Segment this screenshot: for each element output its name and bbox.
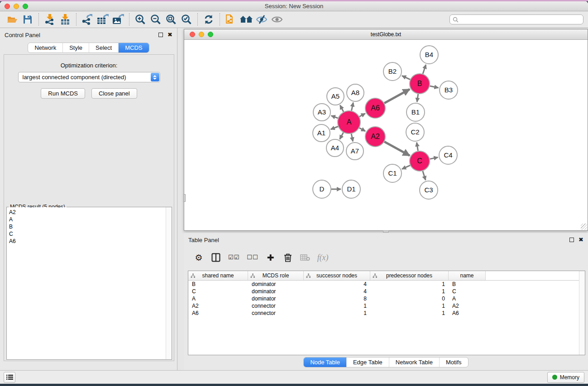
node-B[interactable]: B xyxy=(410,74,430,94)
table-scrollbar[interactable] xyxy=(579,271,585,355)
node-D[interactable]: D xyxy=(313,180,331,198)
add-column-icon[interactable]: ✚ xyxy=(266,252,276,263)
network-canvas[interactable]: B4B2BB3A5A8A6A3B1AA1C2A2A4A7C4CC1C3DD1 xyxy=(184,40,588,230)
search-input[interactable] xyxy=(461,16,580,23)
edge-C-C3[interactable] xyxy=(423,171,425,180)
import-table-button[interactable] xyxy=(58,13,72,26)
result-scrollbar[interactable] xyxy=(166,207,172,359)
table-settings-gear-icon[interactable]: ⚙ xyxy=(194,252,204,263)
node-A7[interactable]: A7 xyxy=(346,143,363,160)
close-table-panel-icon[interactable]: ✖ xyxy=(578,238,583,242)
splitter-handle-left[interactable] xyxy=(183,194,186,202)
tab-select[interactable]: Select xyxy=(89,43,118,52)
node-A3[interactable]: A3 xyxy=(313,104,330,121)
result-item-a2[interactable]: A2 xyxy=(9,209,166,216)
node-C4[interactable]: C4 xyxy=(439,146,457,164)
select-all-icon[interactable]: ☑☑ xyxy=(228,252,239,263)
result-item-a6[interactable]: A6 xyxy=(9,238,166,245)
zoom-fit-button[interactable] xyxy=(164,13,178,26)
table-cell[interactable]: connector xyxy=(248,310,304,317)
table-cell[interactable]: A xyxy=(188,295,248,302)
result-item-a[interactable]: A xyxy=(9,216,166,223)
table-cell[interactable]: 1 xyxy=(370,302,449,310)
table-cell[interactable]: dominator xyxy=(248,288,304,295)
table-tab-motifs[interactable]: Motifs xyxy=(439,357,468,367)
zoom-in-button[interactable] xyxy=(134,13,147,26)
table-cell[interactable]: 4 xyxy=(304,288,370,295)
network-close-button[interactable] xyxy=(190,32,195,37)
table-cell[interactable]: connector xyxy=(248,302,304,310)
node-B4[interactable]: B4 xyxy=(420,46,438,64)
table-cell[interactable]: B xyxy=(188,281,248,288)
zoom-window-button[interactable] xyxy=(23,4,28,9)
node-A6[interactable]: A6 xyxy=(365,98,385,118)
node-A4[interactable]: A4 xyxy=(326,139,344,157)
table-tab-edge-table[interactable]: Edge Table xyxy=(346,357,389,367)
table-tab-network-table[interactable]: Network Table xyxy=(389,357,439,367)
edge-B-B4[interactable] xyxy=(423,65,426,74)
float-table-panel-icon[interactable] xyxy=(569,238,574,242)
show-all-button[interactable] xyxy=(270,13,284,26)
zoom-selected-button[interactable] xyxy=(180,13,193,26)
table-row-b[interactable]: Bdominator41B xyxy=(188,281,579,288)
table-cell[interactable]: dominator xyxy=(248,281,304,288)
node-B2[interactable]: B2 xyxy=(383,62,402,81)
table-cell[interactable]: A6 xyxy=(188,310,248,317)
close-panel-button[interactable]: Close panel xyxy=(91,88,137,99)
resize-grip[interactable] xyxy=(581,224,587,230)
column-header-name[interactable]: name xyxy=(449,271,486,280)
edge-A-A4[interactable] xyxy=(340,133,344,139)
save-session-button[interactable] xyxy=(21,13,34,26)
export-table-button[interactable] xyxy=(96,13,110,26)
tab-network[interactable]: Network xyxy=(28,43,62,52)
tab-style[interactable]: Style xyxy=(62,43,89,52)
table-cell[interactable]: 1 xyxy=(304,302,370,310)
column-header-shared-name[interactable]: shared name xyxy=(188,271,248,280)
edge-C-C2[interactable] xyxy=(417,143,418,151)
node-C[interactable]: C xyxy=(410,151,430,171)
refresh-button[interactable] xyxy=(202,13,215,26)
deselect-all-icon[interactable]: ☐☐ xyxy=(247,252,258,263)
edge-C-C1[interactable] xyxy=(402,165,410,169)
edge-C-C4[interactable] xyxy=(430,157,438,159)
table-row-a6[interactable]: A6connector11A6 xyxy=(188,310,579,317)
node-D1[interactable]: D1 xyxy=(342,180,360,198)
node-B1[interactable]: B1 xyxy=(406,103,425,121)
table-tab-node-table[interactable]: Node Table xyxy=(304,357,346,367)
node-A1[interactable]: A1 xyxy=(313,124,330,142)
table-cell[interactable]: 1 xyxy=(370,288,449,295)
export-network-button[interactable] xyxy=(81,13,94,26)
edge-A6-B[interactable] xyxy=(384,89,410,103)
table-cell[interactable]: 1 xyxy=(304,310,370,317)
table-cell[interactable]: A xyxy=(449,295,486,302)
zoom-out-button[interactable] xyxy=(149,13,163,26)
tab-mcds[interactable]: MCDS xyxy=(118,43,148,52)
table-row-a2[interactable]: A2connector11A2 xyxy=(188,302,579,310)
home-view-button[interactable] xyxy=(239,13,253,26)
run-mcds-button[interactable]: Run MCDS xyxy=(41,88,85,99)
edge-A-A5[interactable] xyxy=(340,105,344,112)
table-cell[interactable]: 8 xyxy=(304,295,370,302)
edge-A-A8[interactable] xyxy=(351,103,353,111)
export-image-button[interactable] xyxy=(111,13,125,26)
minimize-window-button[interactable] xyxy=(14,4,19,9)
table-cell[interactable]: 4 xyxy=(304,281,370,288)
splitter-handle-bottom[interactable] xyxy=(383,230,389,233)
copy-network-button[interactable] xyxy=(224,13,238,26)
import-network-button[interactable] xyxy=(43,13,57,26)
node-C2[interactable]: C2 xyxy=(406,123,424,141)
task-history-button[interactable] xyxy=(4,372,15,383)
table-cell[interactable]: C xyxy=(449,288,486,295)
network-zoom-button[interactable] xyxy=(208,32,213,37)
column-header-predecessor-nodes[interactable]: predecessor nodes xyxy=(370,271,449,280)
float-panel-icon[interactable] xyxy=(158,33,163,37)
network-window-titlebar[interactable]: testGlobe.txt xyxy=(184,29,588,40)
close-window-button[interactable] xyxy=(5,4,10,9)
node-C1[interactable]: C1 xyxy=(383,164,402,182)
table-row-a[interactable]: Adominator80A xyxy=(188,295,579,302)
node-A5[interactable]: A5 xyxy=(327,88,344,105)
close-panel-icon[interactable]: ✖ xyxy=(167,33,172,37)
table-cell[interactable]: 0 xyxy=(370,295,449,302)
column-chooser-icon[interactable] xyxy=(211,252,221,263)
edge-A-A3[interactable] xyxy=(331,116,338,118)
